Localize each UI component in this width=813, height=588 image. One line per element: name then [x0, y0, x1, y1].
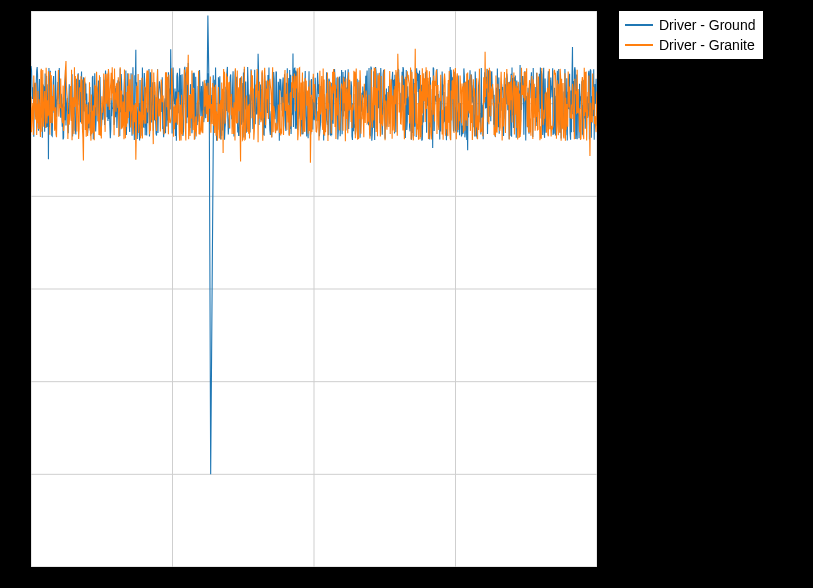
- legend-label: Driver - Granite: [659, 37, 755, 53]
- plot-area: [30, 10, 598, 568]
- legend-swatch-icon: [625, 24, 653, 26]
- legend-item: Driver - Granite: [625, 35, 755, 55]
- legend: Driver - Ground Driver - Granite: [618, 10, 764, 60]
- legend-label: Driver - Ground: [659, 17, 755, 33]
- legend-swatch-icon: [625, 44, 653, 46]
- legend-item: Driver - Ground: [625, 15, 755, 35]
